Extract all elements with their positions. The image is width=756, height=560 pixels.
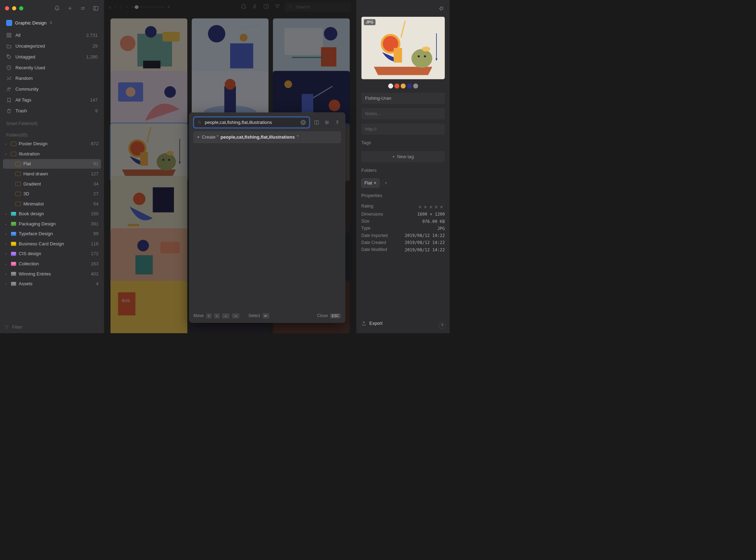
folder-typeface-design[interactable]: ▸Typeface Design99: [3, 229, 101, 239]
panel-icon[interactable]: [313, 119, 320, 126]
url-field[interactable]: http://: [361, 124, 445, 135]
svg-point-72: [422, 47, 430, 51]
sidebar-item-untagged[interactable]: Untagged1,280: [3, 52, 101, 62]
title-field[interactable]: Fishing-Uran: [361, 93, 445, 104]
sidebar-item-recently-used[interactable]: Recently Used: [3, 63, 101, 73]
sidebar-item-random[interactable]: Random: [3, 73, 101, 84]
svg-rect-0: [93, 6, 98, 10]
close-label[interactable]: Close: [317, 313, 328, 318]
svg-point-5: [8, 56, 8, 56]
folder-poster-design[interactable]: ▸Poster Design872: [3, 139, 101, 148]
help-button[interactable]: ?: [439, 322, 446, 329]
format-badge: JPG: [364, 19, 375, 25]
remove-icon[interactable]: ×: [374, 180, 377, 186]
sidebar-item-uncategorized[interactable]: Uncategorized29: [3, 41, 101, 51]
key-right: →: [232, 313, 239, 318]
subfolder-gradient[interactable]: Gradient34: [3, 179, 101, 189]
folder-cis-design[interactable]: ▸CIS design172: [3, 249, 101, 259]
subfolder-minimalist[interactable]: Minimalist54: [3, 199, 101, 209]
folders-label: Folders: [361, 166, 445, 174]
pin-icon[interactable]: [334, 119, 341, 126]
clear-input-button[interactable]: ✕: [301, 120, 306, 125]
key-down: ↓: [214, 313, 220, 318]
folder-packaging-design[interactable]: ▸Packaging Design391: [3, 219, 101, 229]
svg-point-75: [326, 121, 327, 122]
filter-icon: [4, 325, 9, 330]
key-left: ←: [222, 313, 230, 318]
key-up: ↑: [206, 313, 212, 318]
prop-date-created: Date Created2019/08/12 14:22: [361, 240, 445, 245]
tag-popup: ✕ + Create "people,cat,fishing,flat,illu…: [189, 112, 345, 323]
folder-chip[interactable]: Flat×: [361, 178, 379, 188]
folder-winning-entries[interactable]: ▸Winning Entries402: [3, 269, 101, 279]
prop-date-imported: Date Imported2019/08/12 14:22: [361, 233, 445, 238]
svg-point-70: [418, 55, 420, 57]
swap-icon[interactable]: [80, 5, 86, 12]
popup-footer: Move ↑ ↓ ← → Select ↵ Close ESC: [194, 313, 341, 318]
bell-icon[interactable]: [54, 5, 60, 12]
sidebar-item-community[interactable]: Community: [3, 84, 101, 94]
tag-input[interactable]: [205, 120, 298, 125]
svg-point-73: [198, 121, 201, 123]
create-tag-row[interactable]: + Create "people,cat,fishing,flat,illust…: [194, 131, 341, 143]
prop-type: TypeJPG: [361, 226, 445, 231]
chevron-updown-icon: ⇅: [49, 21, 52, 25]
window-controls: [5, 6, 23, 10]
svg-point-69: [411, 49, 432, 68]
new-tag-button[interactable]: +New tag: [361, 151, 445, 162]
preview-image[interactable]: JPG: [361, 17, 445, 79]
subfolder-hand-drawn[interactable]: Hand drawn127: [3, 169, 101, 178]
svg-point-77: [326, 123, 327, 124]
folder-collection[interactable]: ▸Collection163: [3, 259, 101, 268]
notes-field[interactable]: Notes...: [361, 108, 445, 119]
inspector: JPG Fishing-Uran Notes... http:// Tags +…: [356, 0, 450, 333]
sidebar-toggle-icon[interactable]: [93, 5, 99, 12]
svg-rect-2: [9, 33, 11, 35]
prop-dimensions: Dimensions1600 × 1200: [361, 212, 445, 217]
sidebar-item-trash[interactable]: Trash9: [3, 106, 101, 116]
filter-bar[interactable]: Filter: [0, 321, 104, 333]
plus-icon: +: [197, 134, 200, 140]
search-icon: [197, 120, 202, 125]
svg-rect-1: [7, 33, 9, 35]
library-name: Graphic Design: [15, 20, 47, 26]
subfolder-3d[interactable]: 3D27: [3, 189, 101, 198]
color-swatches: [361, 83, 445, 88]
close-window[interactable]: [5, 6, 9, 10]
color-swatch[interactable]: [394, 83, 399, 88]
color-swatch[interactable]: [413, 83, 418, 88]
svg-point-8: [9, 88, 10, 89]
library-icon: [6, 20, 12, 26]
smart-folders-header[interactable]: Smart Folders(4): [0, 116, 104, 128]
export-icon: [361, 321, 366, 326]
prop-size: Size976.00 KB: [361, 219, 445, 224]
svg-point-7: [8, 88, 9, 89]
folder-book-design[interactable]: ▸Book design150: [3, 209, 101, 218]
library-switcher[interactable]: Graphic Design ⇅: [0, 17, 104, 30]
svg-rect-3: [7, 36, 9, 37]
color-swatch[interactable]: [388, 83, 393, 88]
folder-assets[interactable]: ▸Assets4: [3, 279, 101, 288]
subfolder-flat[interactable]: Flat91: [3, 159, 101, 169]
tag-input-wrapper[interactable]: ✕: [194, 117, 310, 128]
svg-point-71: [424, 55, 426, 57]
folders-header[interactable]: Folders(65): [0, 128, 104, 139]
settings-icon[interactable]: [323, 119, 330, 126]
color-swatch[interactable]: [400, 83, 405, 88]
filter-placeholder: Filter: [12, 324, 22, 330]
export-button[interactable]: Export: [361, 318, 445, 329]
add-folder-button[interactable]: +: [383, 180, 390, 187]
minimize-window[interactable]: [12, 6, 16, 10]
sidebar: Graphic Design ⇅ All2,731Uncategorized29…: [0, 0, 104, 333]
folder-illustration[interactable]: ▾Illustration: [3, 149, 101, 159]
plus-icon[interactable]: [67, 5, 73, 12]
svg-rect-68: [394, 48, 402, 63]
svg-rect-4: [9, 36, 11, 37]
prop-rating: Rating★★★★★: [361, 204, 445, 210]
color-swatch[interactable]: [407, 83, 412, 88]
sidebar-item-all[interactable]: All2,731: [3, 30, 101, 41]
maximize-window[interactable]: [19, 6, 23, 10]
folder-business-card-design[interactable]: ▸Business Card Design116: [3, 239, 101, 248]
sidebar-item-all-tags[interactable]: All Tags147: [3, 95, 101, 105]
prop-date-modified: Date Modified2019/08/12 14:22: [361, 247, 445, 252]
